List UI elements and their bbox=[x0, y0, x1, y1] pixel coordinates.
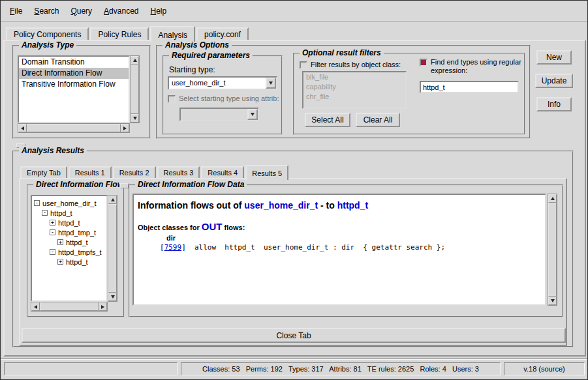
analysis-type-title: Analysis Type bbox=[19, 40, 76, 50]
tab-policy-conf[interactable]: policy.conf bbox=[196, 27, 249, 40]
regex-label-line2: expression: bbox=[431, 66, 521, 75]
info-button[interactable]: Info bbox=[536, 97, 572, 111]
close-tab-button[interactable]: Close Tab bbox=[22, 328, 566, 343]
attrib-checkbox[interactable]: Select starting type using attrib: bbox=[168, 95, 279, 103]
tree-item[interactable]: - httpd_tmp_t bbox=[50, 227, 106, 237]
tree-item-label: httpd_tmpfs_t bbox=[58, 248, 102, 256]
scroll-down-icon[interactable] bbox=[108, 293, 117, 301]
tree-expand-icon[interactable]: + bbox=[57, 239, 63, 245]
optional-result-filters-title: Optional result filters bbox=[300, 48, 384, 57]
tree-collapse-icon[interactable]: - bbox=[50, 249, 55, 255]
analysis-type-hscrollbar[interactable] bbox=[18, 123, 130, 133]
filter-by-class-checkbox[interactable]: Filter results by object class: bbox=[300, 61, 401, 69]
chevron-down-icon[interactable] bbox=[266, 78, 276, 89]
menu-separator bbox=[1, 21, 587, 22]
tab-policy-components[interactable]: Policy Components bbox=[6, 27, 89, 40]
tree-item[interactable]: - httpd_t bbox=[42, 208, 106, 218]
scroll-thumb[interactable] bbox=[131, 65, 139, 114]
list-item-transitive-information-flow[interactable]: Transitive Information Flow bbox=[19, 79, 129, 90]
tree-expand-icon[interactable]: + bbox=[50, 220, 55, 226]
object-classes-line: Object classes for OUT flows: bbox=[138, 221, 541, 232]
tree-expand-icon[interactable]: + bbox=[57, 259, 63, 265]
tree-item-label: httpd_t bbox=[66, 239, 88, 246]
scroll-right-icon[interactable] bbox=[99, 302, 107, 311]
tab-policy-rules[interactable]: Policy Rules bbox=[90, 27, 149, 40]
tab-results-2[interactable]: Results 2 bbox=[113, 166, 156, 178]
tree-item[interactable]: + httpd_t bbox=[57, 257, 106, 267]
tree-item[interactable]: + httpd_t bbox=[50, 218, 106, 227]
select-all-button[interactable]: Select All bbox=[305, 113, 350, 127]
menu-search[interactable]: Search bbox=[28, 4, 65, 18]
scroll-thumb[interactable] bbox=[40, 302, 99, 311]
scroll-thumb[interactable] bbox=[27, 124, 121, 132]
tree-item-label: httpd_t bbox=[66, 258, 88, 266]
object-class-listbox: blk_file capability chr_file bbox=[302, 71, 407, 109]
regex-checkbox[interactable]: Find end types using regular expression: bbox=[420, 58, 523, 75]
scroll-track[interactable] bbox=[27, 124, 121, 132]
results-sash-handle[interactable] bbox=[120, 183, 129, 188]
scroll-down-icon[interactable] bbox=[131, 114, 139, 123]
flow-direction: OUT bbox=[202, 221, 223, 232]
tab-empty-tab[interactable]: Empty Tab bbox=[20, 166, 67, 178]
tree-collapse-icon[interactable]: - bbox=[50, 229, 55, 235]
flow-data-textarea[interactable]: Information flows out of user_home_dir_t… bbox=[132, 194, 546, 306]
scroll-right-icon[interactable] bbox=[121, 124, 129, 132]
flow-tree-vscrollbar[interactable] bbox=[108, 195, 117, 302]
scroll-thumb[interactable] bbox=[548, 203, 557, 297]
scroll-track[interactable] bbox=[108, 204, 117, 293]
required-parameters-title: Required parameters bbox=[169, 51, 253, 60]
flow-data-vscrollbar[interactable] bbox=[548, 194, 557, 306]
starting-type-combobox[interactable]: user_home_dir_t bbox=[168, 76, 277, 90]
scroll-up-icon[interactable] bbox=[108, 196, 117, 204]
scroll-track[interactable] bbox=[40, 302, 99, 311]
chevron-down-icon bbox=[247, 109, 258, 120]
checkbox-icon[interactable] bbox=[168, 95, 176, 103]
scroll-up-icon[interactable] bbox=[548, 194, 557, 203]
regex-input[interactable] bbox=[420, 81, 519, 93]
tree-item-label: httpd_t bbox=[50, 209, 72, 217]
menu-help[interactable]: Help bbox=[144, 4, 172, 18]
flow-tree[interactable]: - user_home_dir_t - httpd_t + httpd_t - … bbox=[31, 195, 108, 302]
regex-checkbox-label: Find end types using regular expression: bbox=[431, 58, 521, 75]
object-class-name: dir bbox=[166, 234, 541, 242]
tab-analysis[interactable]: Analysis bbox=[150, 26, 195, 42]
new-button[interactable]: New bbox=[536, 50, 572, 65]
main-tab-bar: Policy Components Policy Rules Analysis … bbox=[6, 26, 250, 40]
attrib-combobox bbox=[179, 108, 259, 121]
checkbox-checked-icon[interactable] bbox=[420, 59, 427, 66]
list-item-domain-transition[interactable]: Domain Transition bbox=[19, 57, 129, 68]
clear-all-button[interactable]: Clear All bbox=[356, 113, 400, 127]
classes-prefix: Object classes for bbox=[138, 224, 202, 231]
app-window: File Search Query Advanced Help Policy C… bbox=[0, 0, 588, 380]
scroll-thumb[interactable] bbox=[108, 204, 117, 293]
analysis-type-vscrollbar[interactable] bbox=[130, 55, 140, 123]
scroll-track[interactable] bbox=[131, 65, 139, 114]
tab-results-3[interactable]: Results 3 bbox=[157, 166, 200, 178]
rule-id-link[interactable]: 7599 bbox=[164, 243, 182, 252]
tree-item[interactable]: - httpd_tmpfs_t bbox=[50, 247, 106, 257]
flow-tree-hscrollbar[interactable] bbox=[31, 302, 108, 312]
results-tab-bar: Empty Tab Results 1 Results 2 Results 3 … bbox=[20, 165, 290, 178]
update-button[interactable]: Update bbox=[535, 74, 573, 88]
list-item-direct-information-flow[interactable]: Direct Information Flow bbox=[19, 68, 129, 79]
scroll-track[interactable] bbox=[548, 203, 557, 297]
menu-query[interactable]: Query bbox=[65, 4, 98, 18]
scroll-up-icon[interactable] bbox=[131, 56, 139, 65]
tree-collapse-icon[interactable]: - bbox=[34, 200, 40, 206]
scroll-down-icon[interactable] bbox=[548, 297, 557, 305]
menu-bar: File Search Query Advanced Help bbox=[1, 1, 587, 20]
tab-results-5[interactable]: Results 5 bbox=[245, 165, 288, 180]
tree-item[interactable]: + httpd_t bbox=[57, 237, 106, 247]
tree-item[interactable]: - user_home_dir_t bbox=[34, 198, 106, 208]
rule-bracket: [ bbox=[160, 243, 164, 252]
menu-advanced[interactable]: Advanced bbox=[98, 4, 144, 18]
scroll-left-icon[interactable] bbox=[18, 124, 27, 132]
analysis-type-listbox[interactable]: Domain Transition Direct Information Flo… bbox=[18, 55, 130, 123]
tab-results-1[interactable]: Results 1 bbox=[69, 166, 112, 178]
classes-suffix: flows: bbox=[223, 224, 245, 231]
tree-collapse-icon[interactable]: - bbox=[42, 210, 48, 216]
menu-file[interactable]: File bbox=[4, 4, 28, 18]
tab-results-4[interactable]: Results 4 bbox=[201, 166, 244, 178]
scroll-left-icon[interactable] bbox=[31, 302, 40, 311]
checkbox-icon[interactable] bbox=[300, 61, 307, 69]
